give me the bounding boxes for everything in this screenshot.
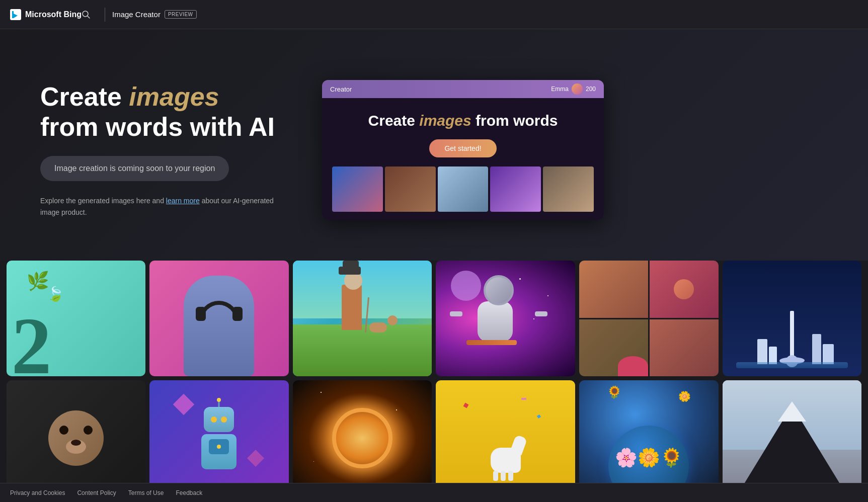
privacy-link[interactable]: Privacy and Cookies [10, 489, 65, 496]
diamond-right [248, 450, 265, 467]
hero-title: Create images from words with AI [40, 82, 282, 142]
gallery-item-7[interactable] [7, 380, 146, 496]
user-avatar [572, 83, 583, 95]
svg-line-2 [88, 16, 90, 18]
learn-more-link[interactable]: learn more [166, 197, 200, 205]
horse-leg-1 [493, 471, 498, 481]
preview-window-bar: Creator Emma 200 [322, 80, 604, 98]
astro-helmet [484, 275, 514, 305]
star-3 [533, 318, 534, 319]
mountain-scene [723, 380, 862, 496]
ground [293, 324, 432, 377]
arm-left [450, 311, 462, 316]
content-policy-link[interactable]: Content Policy [77, 489, 116, 496]
portal-ring [332, 408, 392, 468]
app-title: Image Creator [112, 10, 161, 19]
header-divider [105, 8, 105, 22]
city-ground [736, 362, 847, 368]
hero-title-part2: from words with AI [40, 112, 275, 141]
robot-eye-left [211, 416, 217, 423]
preview-badge: PREVIEW [165, 10, 197, 19]
robot-antenna-tip [217, 398, 221, 402]
preview-img-3 [438, 166, 489, 212]
hat-top [343, 261, 359, 271]
horse-figure [486, 433, 526, 473]
preview-img-4 [490, 166, 541, 212]
horse-leg-2 [501, 471, 506, 481]
robot-chest [209, 439, 229, 454]
preview-title-p2: from words [476, 112, 558, 129]
image-creator-label: Image Creator PREVIEW [112, 10, 197, 19]
pug-face [48, 410, 104, 466]
gallery-item-2[interactable] [149, 261, 289, 376]
dog-head [387, 315, 398, 325]
bldg-r1 [812, 334, 821, 364]
bldg-r2 [823, 344, 834, 364]
portrait-4 [650, 319, 719, 377]
gallery-item-11[interactable]: 🌸🌼🌻 🌻 🌼 [579, 380, 719, 496]
eye-left [59, 426, 68, 435]
number-2: 2 [12, 306, 52, 376]
portraits-grid [579, 261, 719, 376]
portrait-2-inner [650, 261, 719, 318]
portrait-face [674, 279, 694, 299]
gallery-item-5[interactable] [579, 261, 719, 376]
bing-logo[interactable]: Microsoft Bing [10, 9, 82, 20]
preview-images-grid [332, 166, 594, 212]
diamond-left [173, 394, 194, 415]
star-p3 [313, 461, 314, 462]
horse-leg-3 [508, 471, 513, 481]
gallery-item-1[interactable]: 2 🌿 🍃 [7, 261, 146, 376]
robot-chest-light [217, 445, 221, 449]
gallery-item-6[interactable] [723, 261, 862, 376]
gallery-item-3[interactable] [293, 261, 432, 376]
flowers-overlay: 🌸🌼🌻 [615, 447, 683, 468]
gallery-item-9[interactable] [293, 380, 432, 496]
robot-figure [201, 407, 236, 469]
flower-top-left: 🌻 [607, 385, 622, 399]
flower-red [618, 356, 648, 376]
feedback-footer-link[interactable]: Feedback [176, 489, 202, 496]
gallery-item-4[interactable] [436, 261, 575, 376]
hero-title-italic: images [129, 82, 219, 111]
bldg-l1 [757, 339, 767, 364]
gallery-section: 2 🌿 🍃 [0, 261, 868, 502]
gallery-item-8[interactable] [149, 380, 289, 496]
preview-window-title: Creator [330, 86, 352, 93]
city-buildings-container [723, 261, 862, 371]
bing-text: Microsoft Bing [25, 10, 82, 19]
terms-link[interactable]: Terms of Use [128, 489, 164, 496]
arm-right [535, 311, 547, 316]
tower-pole [790, 311, 794, 361]
skateboard [466, 340, 517, 345]
flower-top-right: 🌼 [678, 390, 691, 402]
snow-cap [778, 401, 806, 422]
star-p1 [321, 392, 322, 393]
eye-right [84, 426, 93, 435]
portrait-1 [579, 261, 648, 318]
portrait-3 [579, 319, 648, 377]
preview-window-user: Emma 200 [551, 83, 596, 95]
preview-create-title: Create images from words [332, 112, 594, 129]
nose [71, 440, 81, 446]
sky [293, 261, 432, 318]
bldg-l2 [769, 347, 777, 364]
hero-desc-part1: Explore the generated images here and [40, 197, 166, 205]
coming-soon-button: Image creation is coming soon to your re… [40, 156, 229, 181]
confetti-1 [463, 403, 468, 408]
gallery-item-12[interactable] [723, 380, 862, 496]
hero-description: Explore the generated images here and le… [40, 195, 282, 218]
gallery-row-2: 🌸🌼🌻 🌻 🌼 [7, 380, 862, 496]
robot-head [204, 407, 234, 432]
footer: Privacy and Cookies Content Policy Terms… [0, 483, 868, 502]
search-button[interactable] [82, 10, 91, 19]
hero-text: Create images from words with AI Image c… [40, 82, 282, 218]
horse-neck [510, 435, 528, 455]
hero-section: Create images from words with AI Image c… [0, 29, 868, 261]
preview-user-name: Emma [551, 86, 569, 93]
pug-container [7, 380, 146, 496]
preview-title-italic: images [419, 112, 471, 129]
bing-logo-icon [10, 9, 21, 20]
gallery-item-10[interactable] [436, 380, 575, 496]
get-started-button[interactable]: Get started! [429, 139, 496, 157]
